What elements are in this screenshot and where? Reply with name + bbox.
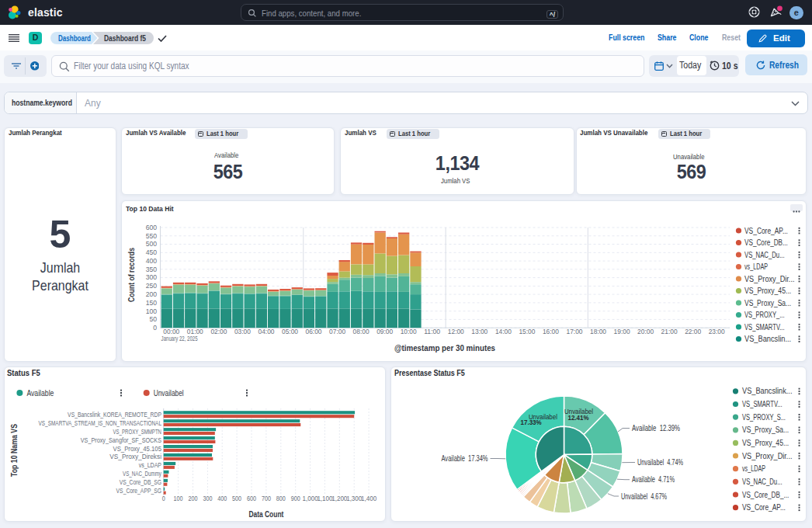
- svg-text:VS_Proxy_Sa...: VS_Proxy_Sa...: [742, 426, 789, 434]
- svg-text:19:00: 19:00: [614, 327, 630, 335]
- svg-text:04:00: 04:00: [259, 327, 275, 335]
- svg-text:VS_NAC_Dummy: VS_NAC_Dummy: [123, 470, 162, 478]
- svg-text:100: 100: [174, 494, 183, 502]
- svg-text:Dashboard: Dashboard: [58, 33, 91, 43]
- svg-text:450: 450: [146, 248, 158, 256]
- svg-text:600: 600: [146, 223, 158, 231]
- svg-text:Count of records: Count of records: [127, 247, 136, 301]
- svg-text:VS_Proxy_Dir...: VS_Proxy_Dir...: [744, 274, 795, 283]
- svg-text:1,300: 1,300: [346, 494, 362, 502]
- svg-text:550: 550: [146, 231, 158, 239]
- svg-text:Available: Available: [26, 387, 54, 397]
- svg-text:VS_SMARTV...: VS_SMARTV...: [742, 400, 783, 408]
- svg-text:250: 250: [146, 282, 158, 290]
- svg-text:Data Count: Data Count: [248, 509, 283, 518]
- svg-text:VS_Core_AP...: VS_Core_AP...: [744, 226, 788, 234]
- svg-text:Unvailabel 4.67%: Unvailabel 4.67%: [621, 492, 667, 500]
- svg-text:0: 0: [162, 494, 165, 502]
- svg-text:07:00: 07:00: [329, 327, 345, 335]
- svg-text:15:00: 15:00: [519, 327, 535, 335]
- svg-text:900: 900: [291, 494, 300, 502]
- svg-text:1,100: 1,100: [317, 494, 332, 502]
- svg-text:12.41%: 12.41%: [568, 414, 589, 422]
- svg-text:January 22, 2025: January 22, 2025: [161, 334, 198, 342]
- svg-text:vs_LDAP: vs_LDAP: [139, 461, 162, 469]
- svg-text:10:00: 10:00: [401, 327, 417, 335]
- svg-text:800: 800: [276, 494, 286, 502]
- svg-text:400: 400: [217, 494, 227, 502]
- svg-text:VS_NAC_Du...: VS_NAC_Du...: [744, 250, 785, 259]
- svg-text:VS_SMARTVA_STREAM_IS_NON_TRANS: VS_SMARTVA_STREAM_IS_NON_TRANSACTIONAL: [39, 419, 162, 426]
- svg-text:400: 400: [146, 256, 158, 264]
- svg-text:500: 500: [146, 240, 158, 248]
- svg-text:23:00: 23:00: [709, 327, 725, 335]
- svg-text:02:00: 02:00: [210, 327, 227, 335]
- svg-text:1,000: 1,000: [303, 494, 318, 502]
- svg-text:Top 10 Nama VS: Top 10 Nama VS: [9, 424, 19, 477]
- svg-text:VS_Bancslink_KOREA_REMOTE_RDP: VS_Bancslink_KOREA_REMOTE_RDP: [68, 410, 161, 418]
- svg-text:Unvailabel 4.74%: Unvailabel 4.74%: [637, 458, 683, 467]
- svg-text:08:00: 08:00: [353, 327, 370, 335]
- svg-text:VS_Proxy_45.105: VS_Proxy_45.105: [113, 444, 162, 452]
- svg-text:vs_LDAP: vs_LDAP: [742, 464, 765, 473]
- svg-text:VS_Proxy_45...: VS_Proxy_45...: [742, 439, 789, 447]
- svg-text:11:00: 11:00: [424, 327, 440, 335]
- svg-text:VS_Proxy_Dir...: VS_Proxy_Dir...: [742, 451, 793, 460]
- svg-text:VS_NAC_Du...: VS_NAC_Du...: [742, 477, 783, 485]
- svg-text:VS_Core_DB_...: VS_Core_DB_...: [742, 490, 789, 498]
- svg-text:VS_Proxy_Sangfor_SF_SOCKS: VS_Proxy_Sangfor_SF_SOCKS: [81, 436, 162, 443]
- svg-text:Available 4.71%: Available 4.71%: [632, 475, 675, 484]
- svg-text:VS_Bancslink...: VS_Bancslink...: [742, 387, 793, 395]
- svg-text:VS_PROXY_SMMPTN: VS_PROXY_SMMPTN: [113, 427, 162, 435]
- svg-text:17:00: 17:00: [567, 327, 583, 335]
- svg-text:350: 350: [146, 265, 158, 273]
- svg-text:200: 200: [189, 494, 198, 502]
- svg-text:Available 12.39%: Available 12.39%: [632, 424, 680, 432]
- svg-text:VS_Core_DB_SG: VS_Core_DB_SG: [120, 478, 161, 486]
- svg-text:VS_Proxy_Direksi: VS_Proxy_Direksi: [109, 453, 161, 460]
- svg-text:20:00: 20:00: [637, 327, 654, 335]
- svg-text:vs_LDAP: vs_LDAP: [744, 262, 768, 271]
- svg-text:18:00: 18:00: [590, 327, 606, 335]
- svg-text:VS_SMARTV...: VS_SMARTV...: [744, 322, 785, 331]
- svg-text:Available 17.34%: Available 17.34%: [442, 454, 488, 463]
- svg-text:06:00: 06:00: [306, 327, 322, 335]
- svg-text:100: 100: [146, 307, 158, 314]
- svg-text:150: 150: [146, 298, 158, 306]
- svg-text:17.33%: 17.33%: [521, 418, 542, 426]
- svg-text:VS_PROXY_S...: VS_PROXY_S...: [742, 412, 786, 421]
- svg-text:1,400: 1,400: [361, 494, 377, 502]
- svg-text:300: 300: [146, 273, 158, 281]
- svg-text:@timestamp per 30 minutes: @timestamp per 30 minutes: [394, 343, 495, 353]
- svg-text:VS_Proxy_45...: VS_Proxy_45...: [744, 287, 791, 295]
- svg-text:VS_Bancslin...: VS_Bancslin...: [744, 335, 791, 343]
- svg-text:14:00: 14:00: [495, 327, 512, 335]
- svg-text:200: 200: [146, 290, 158, 297]
- svg-text:600: 600: [247, 494, 256, 502]
- svg-text:500: 500: [232, 494, 241, 502]
- svg-text:300: 300: [203, 494, 212, 502]
- svg-text:1,200: 1,200: [331, 494, 347, 502]
- svg-text:09:00: 09:00: [377, 327, 393, 335]
- svg-text:VS_Core_APP_SG: VS_Core_APP_SG: [116, 487, 161, 495]
- svg-text:700: 700: [262, 494, 271, 502]
- svg-text:05:00: 05:00: [282, 327, 298, 335]
- svg-text:Dashboard f5: Dashboard f5: [104, 33, 146, 43]
- svg-text:0: 0: [153, 324, 157, 332]
- svg-text:Unvailabel: Unvailabel: [154, 387, 184, 397]
- svg-text:VS_PROXY_...: VS_PROXY_...: [744, 311, 785, 319]
- svg-text:50: 50: [149, 315, 157, 323]
- svg-text:16:00: 16:00: [543, 327, 559, 335]
- svg-text:12:00: 12:00: [448, 327, 464, 335]
- svg-text:21:00: 21:00: [661, 327, 678, 335]
- svg-text:VS_Core_DB...: VS_Core_DB...: [744, 238, 788, 247]
- svg-text:22:00: 22:00: [685, 327, 701, 335]
- svg-text:13:00: 13:00: [471, 327, 488, 335]
- svg-text:VS_Core_AP...: VS_Core_AP...: [742, 503, 786, 512]
- svg-text:03:00: 03:00: [234, 327, 251, 335]
- svg-text:VS_Proxy_Sa...: VS_Proxy_Sa...: [744, 298, 791, 307]
